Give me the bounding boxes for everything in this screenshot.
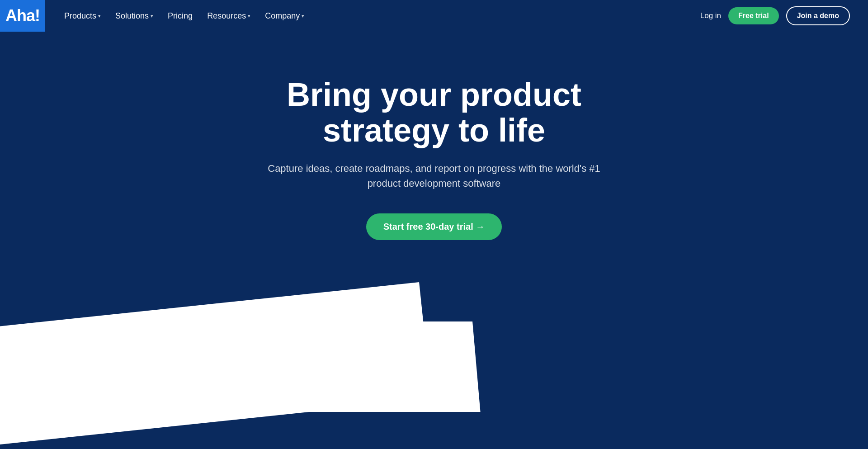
free-trial-button[interactable]: Free trial bbox=[728, 7, 779, 24]
logo[interactable]: Aha! bbox=[0, 0, 45, 32]
nav-item-solutions[interactable]: Solutions ▾ bbox=[110, 8, 159, 24]
login-link[interactable]: Log in bbox=[700, 11, 721, 20]
chevron-down-icon: ▾ bbox=[302, 13, 304, 19]
join-demo-button[interactable]: Join a demo bbox=[786, 6, 850, 25]
start-trial-button[interactable]: Start free 30-day trial → bbox=[366, 213, 502, 240]
nav-item-company[interactable]: Company ▾ bbox=[259, 8, 310, 24]
chevron-down-icon: ▾ bbox=[98, 13, 101, 19]
nav-links: Products ▾ Solutions ▾ Pricing Resources… bbox=[59, 8, 700, 24]
nav-right: Log in Free trial Join a demo bbox=[700, 6, 850, 25]
navbar: Aha! Products ▾ Solutions ▾ Pricing Reso… bbox=[0, 0, 868, 32]
chevron-down-icon: ▾ bbox=[248, 13, 250, 19]
nav-item-pricing[interactable]: Pricing bbox=[162, 8, 198, 24]
chevron-down-icon: ▾ bbox=[151, 13, 153, 19]
hero-section: Bring your product strategy to life Capt… bbox=[0, 32, 868, 412]
hero-title: Bring your product strategy to life bbox=[231, 77, 637, 148]
logo-text: Aha! bbox=[5, 6, 40, 25]
nav-item-resources[interactable]: Resources ▾ bbox=[202, 8, 256, 24]
nav-item-products[interactable]: Products ▾ bbox=[59, 8, 106, 24]
hero-subtitle: Capture ideas, create roadmaps, and repo… bbox=[264, 161, 604, 191]
